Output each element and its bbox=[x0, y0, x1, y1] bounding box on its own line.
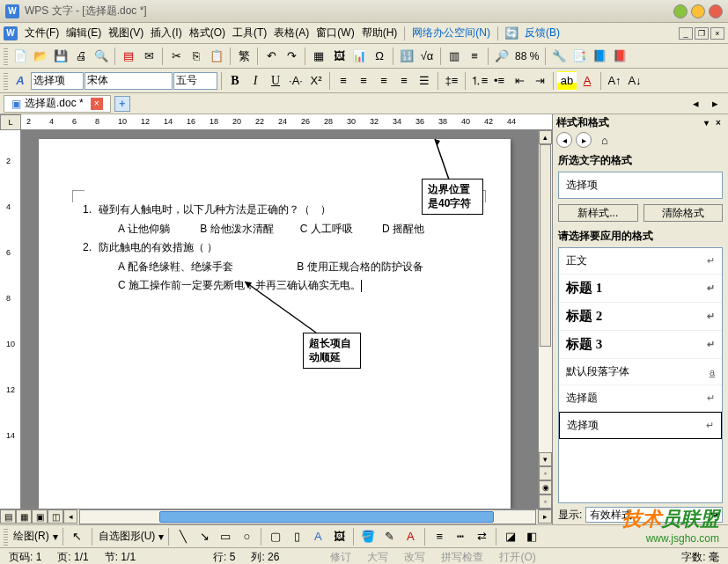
open-button[interactable]: 📂 bbox=[31, 47, 50, 66]
bold-button[interactable]: B bbox=[225, 71, 245, 91]
3d-tool[interactable]: ◧ bbox=[522, 527, 541, 546]
align-right-button[interactable]: ≡ bbox=[374, 71, 393, 91]
picture-tool[interactable]: 🖼 bbox=[329, 527, 349, 546]
ruler-corner[interactable]: L bbox=[0, 114, 21, 130]
panel-back-button[interactable]: ◂ bbox=[556, 132, 572, 148]
style-list[interactable]: 正文↵ 标题 1↵ 标题 2↵ 标题 3↵ 默认段落字体a 选择题↵ 选择项↵ bbox=[558, 247, 723, 503]
vertical-ruler[interactable]: 2468101214 bbox=[0, 130, 21, 509]
menu-feedback[interactable]: 反馈(B) bbox=[521, 26, 563, 40]
style-item-h1[interactable]: 标题 1↵ bbox=[559, 275, 722, 303]
textbox-tool[interactable]: ▢ bbox=[266, 527, 285, 546]
vtextbox-tool[interactable]: ▯ bbox=[287, 527, 306, 546]
shrink-font-button[interactable]: A↓ bbox=[625, 71, 644, 91]
style-item-h3[interactable]: 标题 3↵ bbox=[559, 331, 722, 359]
view-outline-button[interactable]: ▦ bbox=[16, 509, 32, 524]
fill-color-tool[interactable]: 🪣 bbox=[358, 527, 378, 546]
strikethrough-button[interactable]: ·A· bbox=[286, 71, 305, 91]
align-center-button[interactable]: ≡ bbox=[354, 71, 373, 91]
insert-table-button[interactable]: ▦ bbox=[309, 47, 328, 66]
mdi-minimize[interactable]: _ bbox=[679, 27, 693, 40]
columns-button[interactable]: ▥ bbox=[445, 47, 464, 66]
browse-object-button[interactable]: ◉ bbox=[539, 480, 552, 494]
style-item-h2[interactable]: 标题 2↵ bbox=[559, 303, 722, 331]
show-select[interactable]: 有效样式 bbox=[585, 507, 723, 523]
outdent-button[interactable]: ⇤ bbox=[510, 71, 529, 91]
scroll-down-button[interactable]: ▾ bbox=[539, 452, 552, 466]
tab-prev-button[interactable]: ◂ bbox=[686, 94, 705, 114]
tool-b-button[interactable]: 📑 bbox=[570, 47, 589, 66]
line-spacing-button[interactable]: ‡≡ bbox=[442, 71, 461, 91]
insert-symbol-button[interactable]: Ω bbox=[370, 47, 389, 66]
menu-insert[interactable]: 插入(I) bbox=[147, 26, 185, 40]
menu-tools[interactable]: 工具(T) bbox=[229, 26, 270, 40]
status-caps[interactable]: 大写 bbox=[364, 550, 392, 564]
style-item-option[interactable]: 选择项↵ bbox=[559, 412, 722, 439]
view-normal-button[interactable]: ▤ bbox=[0, 509, 16, 524]
menu-file[interactable]: 文件(F) bbox=[21, 26, 63, 40]
menu-netoffice[interactable]: 网络办公空间(N) bbox=[408, 26, 494, 40]
view-page-button[interactable]: ▣ bbox=[32, 509, 48, 524]
scroll-thumb[interactable] bbox=[540, 144, 551, 347]
tool-a-button[interactable]: 🔧 bbox=[549, 47, 569, 66]
tool-c-button[interactable]: 📘 bbox=[590, 47, 609, 66]
find-button[interactable]: 🔎 bbox=[492, 47, 511, 66]
scroll-up-button[interactable]: ▴ bbox=[539, 130, 552, 144]
shadow-tool[interactable]: ◪ bbox=[501, 527, 520, 546]
tab-close-button[interactable]: × bbox=[91, 98, 103, 110]
status-spell[interactable]: 拼写检查 bbox=[438, 550, 487, 564]
zoom-value[interactable]: 88 % bbox=[512, 50, 541, 62]
insert-chart-button[interactable]: 📊 bbox=[349, 47, 369, 66]
autoshapes-menu[interactable]: 自选图形(U) bbox=[97, 529, 158, 544]
highlight-button[interactable]: ab bbox=[557, 71, 577, 91]
page-prev-button[interactable]: ◦ bbox=[539, 466, 552, 480]
export-pdf-button[interactable]: ▤ bbox=[119, 47, 138, 66]
tab-next-button[interactable]: ▸ bbox=[705, 94, 724, 114]
mdi-restore[interactable]: ❐ bbox=[695, 27, 709, 40]
horizontal-scrollbar[interactable] bbox=[79, 509, 536, 524]
insert-image-button[interactable]: 🖼 bbox=[329, 47, 349, 66]
font-combo[interactable] bbox=[85, 72, 173, 90]
style-combo[interactable] bbox=[31, 72, 84, 90]
toolbar-handle-2[interactable] bbox=[4, 72, 8, 90]
document-tab[interactable]: ▣ 选择题.doc * × bbox=[4, 95, 111, 113]
style-item-body[interactable]: 正文↵ bbox=[559, 248, 722, 275]
grow-font-button[interactable]: A↑ bbox=[605, 71, 624, 91]
calc-button[interactable]: 🔢 bbox=[397, 47, 416, 66]
hscroll-left-button[interactable]: ◂ bbox=[63, 509, 77, 524]
italic-button[interactable]: I bbox=[246, 71, 265, 91]
close-button[interactable] bbox=[709, 4, 723, 18]
hscroll-right-button[interactable]: ▸ bbox=[538, 509, 552, 524]
rect-tool[interactable]: ▭ bbox=[216, 527, 235, 546]
menu-help[interactable]: 帮助(H) bbox=[358, 26, 401, 40]
save-button[interactable]: 💾 bbox=[51, 47, 70, 66]
hscroll-thumb[interactable] bbox=[159, 511, 494, 523]
status-track[interactable]: 修订 bbox=[327, 550, 355, 564]
panel-home-button[interactable]: ⌂ bbox=[595, 130, 614, 150]
menu-window[interactable]: 窗口(W) bbox=[313, 26, 357, 40]
align-dist-button[interactable]: ☰ bbox=[415, 71, 434, 91]
toolbar-handle[interactable] bbox=[4, 48, 8, 65]
panel-menu-button[interactable]: ▾ bbox=[700, 116, 712, 128]
feedback-icon[interactable]: 🔄 bbox=[502, 24, 521, 43]
status-open[interactable]: 打开(O) bbox=[496, 550, 539, 564]
formula-button[interactable]: √α bbox=[417, 47, 437, 66]
line-style-tool[interactable]: ≡ bbox=[430, 527, 449, 546]
line-color-tool[interactable]: ✎ bbox=[379, 527, 399, 546]
size-combo[interactable] bbox=[173, 72, 217, 90]
panel-close-button[interactable]: × bbox=[712, 116, 724, 128]
copy-button[interactable]: ⎘ bbox=[187, 47, 206, 66]
style-item-default-font[interactable]: 默认段落字体a bbox=[559, 359, 722, 385]
number-list-button[interactable]: ⒈≡ bbox=[469, 71, 489, 91]
trad-simp-button[interactable]: 繁 bbox=[234, 47, 254, 66]
new-doc-button[interactable]: 📄 bbox=[11, 47, 30, 66]
bullet-list-button[interactable]: •≡ bbox=[489, 71, 509, 91]
email-button[interactable]: ✉ bbox=[139, 47, 158, 66]
align-left-button[interactable]: ≡ bbox=[334, 71, 353, 91]
page-next-button[interactable]: ◦ bbox=[539, 494, 552, 509]
panel-fwd-button[interactable]: ▸ bbox=[576, 132, 592, 148]
menu-view[interactable]: 视图(V) bbox=[105, 26, 147, 40]
menu-format[interactable]: 格式(O) bbox=[186, 26, 229, 40]
view-web-button[interactable]: ◫ bbox=[48, 509, 63, 524]
paste-button[interactable]: 📋 bbox=[207, 47, 226, 66]
minimize-button[interactable] bbox=[673, 4, 688, 18]
